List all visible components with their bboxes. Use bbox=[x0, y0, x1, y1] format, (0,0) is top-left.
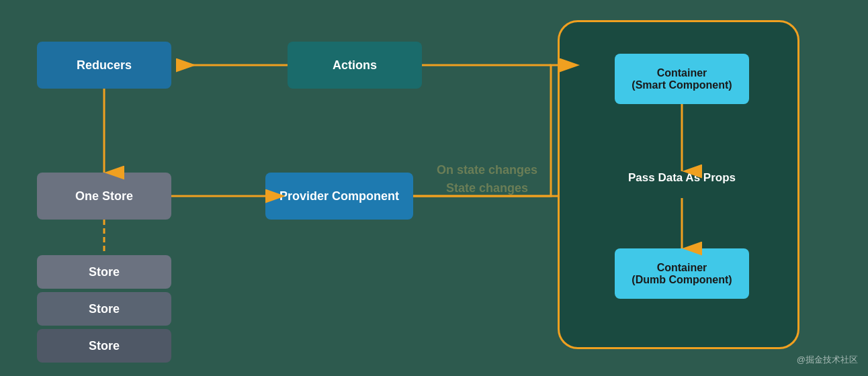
center-text-line1: On state changes bbox=[437, 161, 537, 179]
container-dumb-label: Container (Dumb Component) bbox=[632, 262, 732, 286]
provider-box: Provider Component bbox=[265, 173, 413, 220]
store3-box: Store bbox=[37, 329, 171, 363]
actions-label: Actions bbox=[333, 58, 377, 73]
provider-label: Provider Component bbox=[279, 189, 399, 203]
container-smart-box: Container (Smart Component) bbox=[615, 54, 749, 104]
diagram-container: Reducers Actions One Store Store Store S… bbox=[0, 0, 868, 376]
store1-box: Store bbox=[37, 255, 171, 289]
container-dumb-box: Container (Dumb Component) bbox=[615, 248, 749, 299]
actions-box: Actions bbox=[288, 42, 422, 89]
store3-label: Store bbox=[89, 339, 120, 353]
center-text-line2: State changes bbox=[437, 179, 537, 197]
reducers-label: Reducers bbox=[77, 58, 132, 73]
store2-box: Store bbox=[37, 292, 171, 326]
watermark: @掘金技术社区 bbox=[797, 354, 858, 366]
reducers-box: Reducers bbox=[37, 42, 171, 89]
one-store-label: One Store bbox=[75, 189, 133, 203]
pass-data-text: Pass Data As Props bbox=[618, 171, 746, 185]
center-text: On state changes State changes bbox=[437, 161, 537, 197]
one-store-box: One Store bbox=[37, 173, 171, 220]
store1-label: Store bbox=[89, 265, 120, 279]
container-smart-label: Container (Smart Component) bbox=[632, 67, 732, 91]
store2-label: Store bbox=[89, 302, 120, 316]
